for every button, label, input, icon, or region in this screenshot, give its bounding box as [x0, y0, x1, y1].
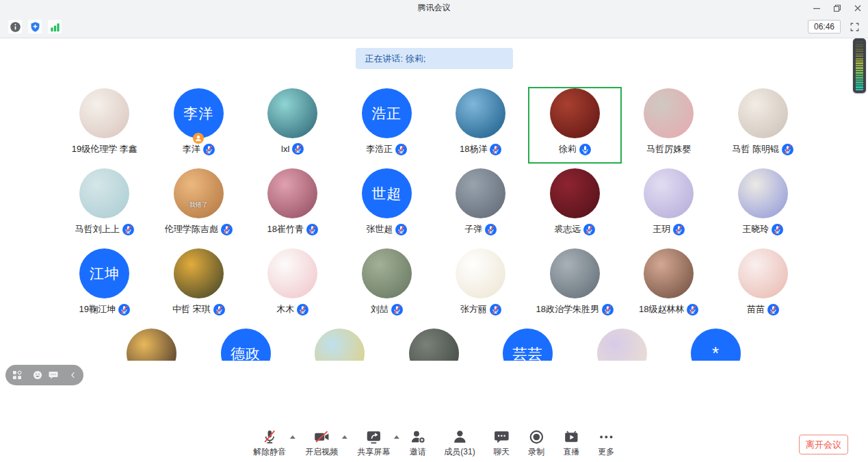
toolbar-button-record[interactable]: 录制 [528, 428, 545, 458]
participant-name-row: 张世超 [366, 223, 407, 235]
volume-meter-bars [856, 41, 863, 90]
participant-name-row: 18级赵林林 [639, 303, 698, 316]
participant-tile[interactable]: 18崔竹青 [246, 167, 340, 244]
toolbar-button-live[interactable]: 直播 [563, 428, 580, 458]
menu-caret-icon[interactable] [289, 435, 295, 439]
participant-name-row: 张方丽 [460, 303, 501, 316]
restore-icon[interactable] [827, 0, 847, 16]
participant-tile[interactable]: 李洋 李洋 [152, 87, 246, 164]
participant-tile[interactable]: 中哲 宋琪 [152, 247, 246, 324]
avatar-initials: * [712, 343, 720, 361]
meeting-main-area: 正在讲话: 徐莉; 19级伦理学 李鑫李洋 李洋 lxl 浩正李浩正 18杨洋 [0, 39, 868, 462]
avatar [267, 168, 317, 218]
participant-tile[interactable]: 江坤19鞠江坤 [57, 247, 152, 324]
mic-muted-icon [767, 304, 779, 316]
participant-name-row: 李浩正 [366, 143, 407, 155]
more-icon [598, 428, 615, 446]
avatar [267, 248, 317, 298]
participant-tile[interactable]: 刘喆 [340, 247, 434, 324]
participant-tile[interactable]: 18杨洋 [434, 87, 528, 164]
avatar [738, 168, 788, 218]
participant-name: 马哲 陈明锟 [732, 143, 779, 155]
participant-name-row: 伦理学陈吉彪 [165, 223, 233, 235]
chat-icon [493, 428, 510, 446]
participant-tile[interactable]: 世超张世超 [340, 167, 434, 244]
apps-icon[interactable] [12, 370, 23, 381]
avatar-initials: 世超 [371, 184, 402, 203]
participant-name-row: lxl [281, 143, 304, 155]
participant-tile[interactable]: 德政 [198, 327, 293, 361]
leave-meeting-button[interactable]: 离开会议 [799, 435, 848, 454]
participant-tile[interactable]: 张方丽 [434, 247, 528, 324]
title-bar: 腾讯会议 [0, 0, 868, 16]
participant-tile[interactable]: 浩正李浩正 [340, 87, 434, 164]
network-signal-icon[interactable] [48, 20, 62, 34]
toolbar-button-invite[interactable]: 邀请 [409, 428, 426, 458]
info-icon[interactable] [8, 20, 22, 34]
participant-tile[interactable]: 18级赵林林 [622, 247, 716, 324]
avatar [644, 88, 694, 138]
mic-muted-icon [292, 143, 304, 155]
participant-tile[interactable]: 王晓玲 [716, 167, 811, 244]
collapse-icon[interactable] [68, 370, 78, 380]
participant-name: 中哲 宋琪 [172, 303, 211, 316]
toolbar-button-start-video[interactable]: 开启视频 [305, 428, 338, 458]
participant-tile[interactable]: 马哲刘上上 [57, 167, 152, 244]
menu-caret-icon[interactable] [341, 435, 347, 439]
invite-icon [409, 428, 426, 446]
toolbar-button-more[interactable]: 更多 [598, 428, 615, 458]
mic-muted-icon [772, 224, 783, 235]
avatar [456, 168, 505, 218]
participant-name: 19级伦理学 李鑫 [72, 143, 137, 155]
members-icon [451, 428, 469, 446]
participant-tile[interactable]: 19级伦理学 李鑫 [57, 87, 152, 164]
participant-name-row: 18崔竹青 [267, 223, 318, 235]
menu-caret-icon[interactable] [393, 435, 399, 439]
shield-icon[interactable] [28, 20, 42, 34]
participant-tile[interactable]: 马哲厉姝婴 [622, 87, 716, 164]
avatar [127, 329, 176, 361]
toolbar-button-chat[interactable]: 聊天 [493, 428, 510, 458]
participant-name: 马哲厉姝婴 [646, 143, 691, 155]
participant-name-row: 木木 [276, 303, 308, 316]
mic-muted-icon [118, 304, 130, 316]
participant-name-row: 李洋 [183, 143, 215, 155]
participant-name-row: 王晓玲 [742, 223, 783, 235]
participant-tile[interactable]: 我错了伦理学陈吉彪 [152, 167, 246, 244]
participant-name: 子弹 [464, 223, 482, 235]
participant-name: 苗苗 [747, 303, 765, 316]
toolbar-button-unmute[interactable]: 解除静音 [253, 428, 286, 458]
toolbar-button-members[interactable]: 成员(31) [444, 428, 475, 458]
participant-tile[interactable]: 王玥 [622, 167, 716, 244]
emoji-icon[interactable] [32, 370, 43, 381]
minimize-icon[interactable] [806, 0, 827, 16]
participant-tile[interactable]: * [669, 327, 763, 361]
participant-tile[interactable] [575, 327, 669, 361]
participant-tile[interactable] [293, 327, 387, 361]
participant-tile[interactable]: 子弹 [434, 167, 528, 244]
participant-name-row: 18杨洋 [460, 143, 501, 155]
close-icon[interactable] [847, 0, 868, 16]
toolbar-button-label: 成员(31) [444, 446, 475, 458]
participant-tile[interactable] [105, 327, 199, 361]
toolbar-button-share-screen[interactable]: 共享屏幕 [357, 428, 390, 458]
participant-tile[interactable]: 芸芸 [481, 327, 575, 361]
participant-name-row: 苗苗 [747, 303, 779, 316]
avatar: 浩正 [362, 88, 412, 138]
bottom-toolbar: 解除静音 开启视频 共享屏幕 邀请 成员(31) 聊天 录制 直播 更多 离开会… [0, 426, 868, 462]
mic-muted-icon [490, 144, 501, 155]
meeting-toolbar-top: 06:46 [0, 16, 868, 38]
participant-name-row: 马哲厉姝婴 [646, 143, 691, 155]
camera-off-icon [313, 428, 330, 446]
mic-on-icon [579, 144, 591, 155]
participant-tile[interactable]: 徐莉 [528, 87, 622, 164]
participant-tile[interactable] [386, 327, 481, 361]
fullscreen-icon[interactable] [850, 22, 860, 32]
participant-tile[interactable]: 18政治学朱胜男 [528, 247, 622, 324]
participant-tile[interactable]: 裘志远 [528, 167, 622, 244]
participant-tile[interactable]: 木木 [246, 247, 340, 324]
participant-tile[interactable]: 马哲 陈明锟 [716, 87, 811, 164]
participant-tile[interactable]: 苗苗 [716, 247, 811, 324]
participant-tile[interactable]: lxl [246, 87, 340, 164]
chat-bubble-icon[interactable] [48, 370, 59, 381]
